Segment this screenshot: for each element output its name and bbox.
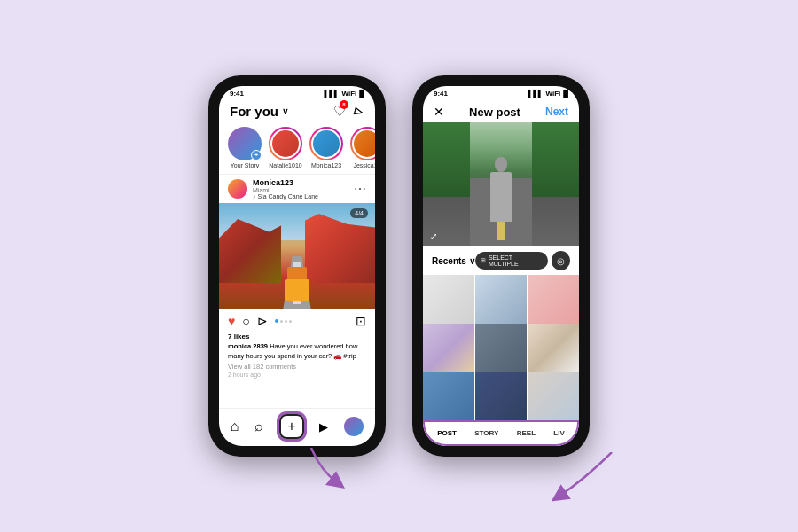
jessica-avatar bbox=[354, 130, 375, 157]
nav-reels-icon[interactable]: ▶ bbox=[319, 420, 328, 434]
story-label-your-story: Your Story bbox=[231, 162, 259, 168]
battery-icon-right: █ bbox=[563, 90, 568, 98]
feed-header: For you ∨ ♡ 8 ⊳ bbox=[219, 99, 375, 123]
nav-profile-avatar[interactable] bbox=[344, 417, 364, 436]
jessica-ring-inner bbox=[352, 129, 375, 159]
add-story-btn[interactable]: + bbox=[251, 150, 262, 160]
post-header: Monica123 Miami ♪ Sla Candy Cane Lane ⋯ bbox=[219, 175, 375, 203]
stories-row: + Your Story Natalie1010 bbox=[219, 123, 375, 174]
gallery-item-2[interactable] bbox=[475, 275, 527, 326]
jessica-ring bbox=[350, 127, 375, 160]
nav-home-icon[interactable]: ⌂ bbox=[231, 419, 239, 434]
carousel-dots bbox=[275, 319, 292, 323]
select-multiple-icon: ⊞ bbox=[481, 257, 486, 264]
road-trees-left bbox=[423, 122, 470, 197]
person-figure bbox=[490, 172, 512, 222]
gallery-item-3[interactable] bbox=[528, 275, 579, 326]
recents-label-group[interactable]: Recents ∨ bbox=[432, 256, 475, 266]
desert-van bbox=[285, 279, 309, 301]
feed-title-text: For you bbox=[230, 104, 278, 119]
newpost-close-button[interactable]: ✕ bbox=[434, 105, 444, 119]
story-label-jessica: Jessica10 bbox=[353, 162, 375, 168]
story-label-monica: Monica123 bbox=[311, 162, 341, 168]
newpost-title: New post bbox=[469, 106, 520, 119]
nav-search-icon[interactable]: ⌕ bbox=[254, 419, 263, 434]
post-user-info: Monica123 Miami ♪ Sla Candy Cane Lane bbox=[228, 178, 318, 200]
caption-username: monica.2839 bbox=[228, 342, 268, 350]
story-item-jessica[interactable]: Jessica10 bbox=[350, 127, 375, 168]
natalie-ring-inner bbox=[270, 129, 301, 159]
gallery-item-7[interactable] bbox=[423, 372, 474, 420]
post-type-live[interactable]: LIV bbox=[550, 427, 567, 439]
desert-scene bbox=[219, 203, 375, 309]
post-caption: monica.2839 Have you ever wondered how m… bbox=[219, 342, 375, 363]
send-icon[interactable]: ⊳ bbox=[351, 102, 366, 121]
left-phone-body: 9:41 ▌▌▌ WiFi █ For you ∨ ♡ 8 bbox=[208, 75, 386, 457]
desert-van-top bbox=[287, 267, 308, 279]
newpost-next-button[interactable]: Next bbox=[545, 106, 568, 118]
save-icon[interactable]: ⊡ bbox=[356, 314, 366, 328]
right-phone-body: 9:41 ▌▌▌ WiFi █ ✕ New post Next bbox=[412, 75, 590, 457]
post-likes: 7 likes bbox=[219, 332, 375, 342]
post-type-story[interactable]: STORY bbox=[471, 427, 502, 439]
natalie-ring bbox=[269, 127, 302, 160]
feed-header-icons: ♡ 8 ⊳ bbox=[333, 103, 364, 120]
expand-icon[interactable]: ⤢ bbox=[430, 231, 437, 241]
post-comments-link[interactable]: View all 182 comments bbox=[219, 363, 375, 372]
notification-badge: 8 bbox=[340, 100, 348, 109]
recents-bar: Recents ∨ ⊞ SELECT MULTIPLE ◎ bbox=[423, 246, 579, 275]
right-phone: 9:41 ▌▌▌ WiFi █ ✕ New post Next bbox=[412, 75, 590, 457]
post-counter: 4/4 bbox=[350, 208, 368, 218]
post-music: ♪ Sla Candy Cane Lane bbox=[253, 193, 318, 200]
feed-title-chevron: ∨ bbox=[282, 106, 288, 116]
wifi-icon-right: WiFi bbox=[546, 90, 561, 98]
monica-avatar bbox=[313, 130, 340, 157]
status-icons-left: ▌▌▌ WiFi █ bbox=[325, 90, 365, 98]
status-icons-right: ▌▌▌ WiFi █ bbox=[528, 90, 569, 98]
post-actions: ♥ ○ ⊳ ⊡ bbox=[219, 309, 375, 332]
post-actions-left: ♥ ○ ⊳ bbox=[228, 314, 292, 328]
post-user-avatar bbox=[228, 179, 247, 199]
monica-ring bbox=[309, 127, 343, 160]
heart-notif-wrapper: ♡ 8 bbox=[333, 103, 346, 120]
newpost-preview: ⤢ bbox=[423, 122, 579, 246]
feed-title-group[interactable]: For you ∨ bbox=[230, 104, 288, 119]
natalie-avatar bbox=[272, 130, 299, 157]
post-user-details: Monica123 Miami ♪ Sla Candy Cane Lane bbox=[253, 178, 318, 200]
camera-icon: ◎ bbox=[557, 256, 565, 266]
signal-icon-left: ▌▌▌ bbox=[325, 90, 340, 98]
story-item-monica[interactable]: Monica123 bbox=[309, 127, 343, 168]
time-right: 9:41 bbox=[434, 90, 448, 98]
gallery-item-6[interactable] bbox=[528, 324, 579, 375]
signal-icon-right: ▌▌▌ bbox=[528, 90, 544, 98]
status-bar-left: 9:41 ▌▌▌ WiFi █ bbox=[219, 86, 375, 99]
gallery-item-9[interactable] bbox=[528, 372, 579, 420]
wifi-icon-left: WiFi bbox=[342, 90, 357, 98]
left-phone: 9:41 ▌▌▌ WiFi █ For you ∨ ♡ 8 bbox=[208, 75, 386, 457]
annotation-arrow-left bbox=[276, 448, 347, 492]
recents-actions: ⊞ SELECT MULTIPLE ◎ bbox=[475, 251, 570, 270]
dot-2 bbox=[280, 320, 283, 323]
time-left: 9:41 bbox=[230, 90, 244, 98]
like-icon[interactable]: ♥ bbox=[228, 314, 235, 328]
gallery-item-4[interactable] bbox=[423, 324, 474, 375]
post-type-post[interactable]: POST bbox=[434, 427, 460, 439]
select-multiple-button[interactable]: ⊞ SELECT MULTIPLE bbox=[475, 252, 548, 270]
gallery-item-8[interactable] bbox=[475, 372, 527, 420]
story-item-natalie[interactable]: Natalie1010 bbox=[269, 127, 302, 168]
status-bar-right: 9:41 ▌▌▌ WiFi █ bbox=[423, 86, 579, 99]
post-type-reel[interactable]: REEL bbox=[513, 427, 539, 439]
dot-4 bbox=[289, 320, 292, 323]
story-item-your-story[interactable]: + Your Story bbox=[228, 127, 262, 168]
dot-1 bbox=[275, 319, 278, 323]
post-type-bar: POST STORY REEL LIV bbox=[423, 420, 579, 446]
gallery-item-1[interactable] bbox=[423, 275, 474, 326]
annotation-arrow-right bbox=[550, 452, 621, 505]
gallery-item-5[interactable] bbox=[475, 324, 527, 375]
camera-button[interactable]: ◎ bbox=[552, 251, 570, 270]
dot-3 bbox=[285, 320, 287, 323]
post-more-icon[interactable]: ⋯ bbox=[354, 182, 366, 196]
nav-add-button[interactable]: + bbox=[279, 414, 304, 439]
share-icon[interactable]: ⊳ bbox=[257, 314, 268, 328]
comment-icon[interactable]: ○ bbox=[242, 314, 249, 328]
